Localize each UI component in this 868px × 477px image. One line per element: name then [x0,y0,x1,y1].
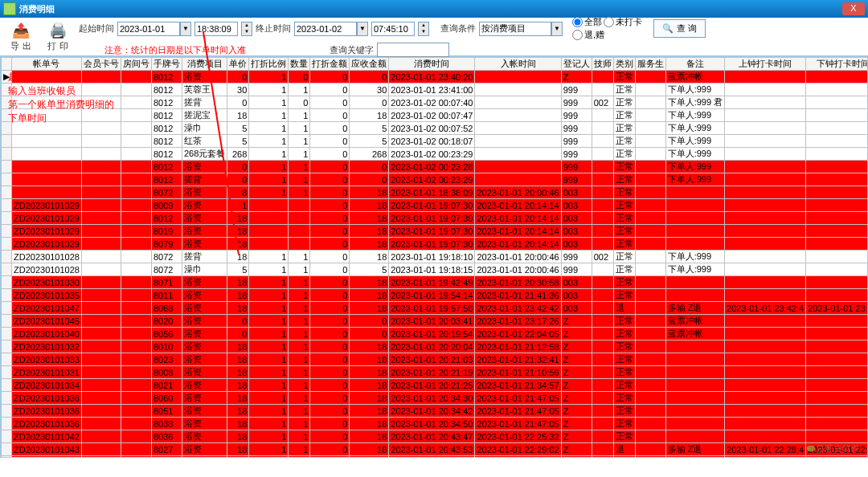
table-cell [725,456,806,459]
dropdown-icon[interactable]: ▼ [357,22,368,36]
end-date-input[interactable] [294,22,357,36]
col-header[interactable]: 下钟打卡时间 [806,58,868,71]
table-row[interactable]: 8012澡巾511052023-01-02 00:07:52999正常下单人:9… [2,122,869,135]
dropdown-icon[interactable]: ▼ [551,22,563,36]
table-cell [725,353,806,366]
col-header[interactable]: 打折比例 [249,58,289,71]
table-cell: 2023-01-01 20:44:03 [389,456,475,459]
col-header[interactable]: 备注 [665,58,724,71]
table-row[interactable]: ZD202301010478068浴资18110182023-01-01 19:… [2,302,869,315]
table-cell: ZD20230101029 [12,238,82,251]
table-row[interactable]: ZD202301010328010浴资18110182023-01-01 20:… [2,340,869,353]
table-row[interactable]: ZD202301010368060浴资18110182023-01-01 20:… [2,392,869,405]
col-header[interactable]: 房间号 [121,58,151,71]
col-header[interactable]: 登记人 [561,58,592,71]
table-row[interactable]: ZD202301010298012浴资180182023-01-01 19:07… [2,212,869,225]
table-cell [592,289,613,302]
col-header[interactable]: 打折金额 [310,58,350,71]
table-row[interactable]: ZD202301010298079浴资180182023-01-01 19:07… [2,238,869,251]
end-date-picker[interactable]: ▼ [294,22,368,36]
end-time-spinner[interactable]: ▲▼ [418,22,429,36]
table-cell: 1 [289,186,310,199]
table-cell: 2023-01-01 19:54:14 [389,289,475,302]
radio-all[interactable] [572,17,583,27]
table-row[interactable]: ZD202301010428071浴资18110182023-01-01 20:… [2,456,869,459]
table-row[interactable]: ZD202301010428036浴资18110182023-01-01 20:… [2,430,869,443]
table-cell [81,122,121,135]
table-cell [81,328,121,340]
table-row[interactable]: 8012搓背011002023-01-02 00:23:29999正常下单人:9… [2,173,869,186]
table-cell [592,173,613,186]
table-row[interactable]: ZD202301010458020浴资011002023-01-01 20:03… [2,315,869,328]
table-row[interactable]: ZD202301010348021浴资18110182023-01-01 20:… [2,379,869,392]
table-row[interactable]: ZD202301010288072澡巾511052023-01-01 19:18… [2,263,869,276]
table-row[interactable]: 8012浴资011002023-01-02 00:23:28999正常下单人:9… [2,161,869,173]
col-header[interactable]: 数量 [289,58,310,71]
start-time-input[interactable] [194,22,238,36]
table-cell [806,418,868,430]
table-cell: 1 [249,289,289,302]
table-cell: 浴资 [182,212,227,225]
table-row[interactable]: ZD202301010308071浴资18110182023-01-01 19:… [2,276,869,289]
col-header[interactable]: 上钟打卡时间 [725,58,806,71]
table-cell [725,418,806,430]
table-cell: 18 [227,379,249,392]
table-row[interactable]: ZD202301010288072搓背18110182023-01-01 19:… [2,251,869,263]
table-row[interactable]: 8012搓泥宝18110182023-01-02 00:07:47999正常下单… [2,109,869,122]
table-row[interactable]: ZD202301010438027浴资18110182023-01-01 20:… [2,443,869,456]
table-cell [121,443,151,456]
col-header[interactable]: 应收金额 [350,58,389,71]
radio-refund[interactable] [572,30,583,40]
table-row[interactable]: ZD202301010358011浴资18110182023-01-01 19:… [2,289,869,302]
table-cell [475,71,561,84]
table-row[interactable]: 8012红茶511052023-01-02 00:18:07999正常下单人:9… [2,135,869,148]
col-header[interactable]: 消费项目 [182,58,227,71]
col-header[interactable]: 消费时间 [389,58,475,71]
table-cell [81,443,121,456]
table-row[interactable]: ZD202301010298019浴资180182023-01-01 19:07… [2,225,869,238]
table-row[interactable]: ZD202301010408056浴资011002023-01-01 20:19… [2,328,869,340]
table-cell: 18 [227,109,249,122]
cond-select[interactable]: ▼ [479,22,563,36]
table-cell: Z [561,366,592,379]
table-cell: 18 [227,456,249,459]
table-cell: 8072 [151,263,182,276]
table-row[interactable]: ZD202301010368038浴资18110182023-01-01 20:… [2,418,869,430]
col-header[interactable]: 帐单号 [12,58,82,71]
radio-nocard[interactable] [604,17,614,27]
table-row[interactable]: ZD202301010318008浴资18110182023-01-01 20:… [2,366,869,379]
table-row[interactable]: 8012芙蓉王30110302023-01-01 23:41:00999正常下单… [2,84,869,96]
data-table-wrap[interactable]: 帐单号会员卡号房间号手牌号消费项目单价打折比例数量打折金额应收金额消费时间入帐时… [0,56,868,458]
table-row[interactable]: ZD202301010298009浴资10182023-01-01 19:07:… [2,199,869,212]
export-button[interactable]: 📤 导 出 [5,21,37,52]
col-header[interactable]: 类别 [613,58,635,71]
col-header[interactable]: 会员卡号 [81,58,121,71]
table-row[interactable]: 8072浴资8110182023-01-01 18:38:092023-01-0… [2,186,869,199]
table-row[interactable]: ▶8012浴资010002023-01-01 23:40:20Z正常蓝票冲帐 [2,71,869,84]
cond-input[interactable] [479,22,551,36]
close-button[interactable]: X [842,2,865,15]
table-row[interactable]: 8012搓背010002023-01-02 00:07:40999002正常下单… [2,96,869,109]
query-button[interactable]: 🔍查 询 [653,19,706,38]
print-button[interactable]: 🖨️ 打 印 [42,21,74,52]
col-header[interactable]: 技师 [592,58,613,71]
keyword-input[interactable] [377,43,449,57]
table-row[interactable]: 8012268元套餐2681102682023-01-02 00:23:2999… [2,148,869,161]
col-header[interactable]: 单价 [227,58,249,71]
dropdown-icon[interactable]: ▼ [180,22,191,36]
start-date-picker[interactable]: ▼ [117,22,191,36]
table-row[interactable]: ZD202301010338023浴资18110182023-01-01 20:… [2,353,869,366]
end-time-input[interactable] [371,22,415,36]
col-header[interactable]: 入帐时间 [475,58,561,71]
start-date-input[interactable] [117,22,180,36]
col-header[interactable]: 手牌号 [151,58,182,71]
table-cell: 正常 [613,340,635,353]
table-row[interactable]: ZD202301010368051浴资18110182023-01-01 20:… [2,405,869,418]
start-time-spinner[interactable]: ▲▼ [241,22,252,36]
table-cell [635,251,665,263]
table-cell [475,148,561,161]
table-cell: Z [561,430,592,443]
table-cell [81,263,121,276]
col-header[interactable]: 服务生 [635,58,665,71]
table-cell: 1 [249,392,289,405]
